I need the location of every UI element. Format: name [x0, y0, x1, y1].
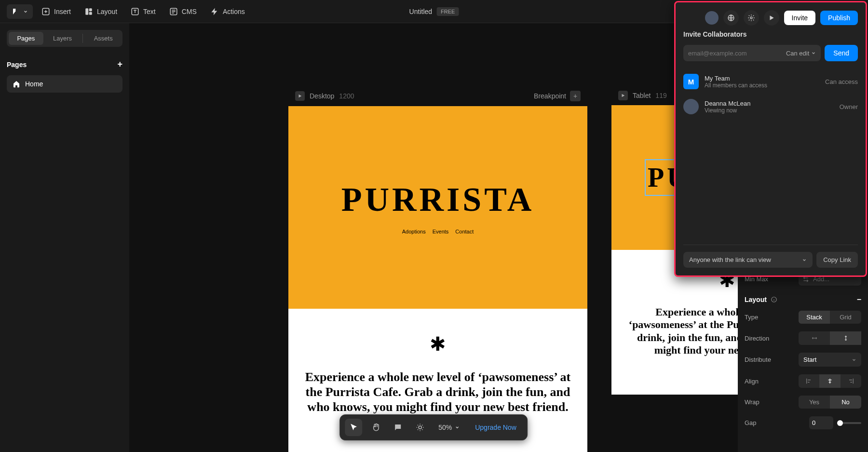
site-nav: Adoptions Events Contact [402, 229, 474, 234]
add-page-button[interactable]: + [117, 59, 122, 69]
svg-rect-1 [85, 8, 88, 15]
cloud-sketch-icon: ✱ [430, 333, 446, 355]
team-avatar: M [683, 74, 699, 89]
plus-square-icon [41, 7, 50, 16]
frame-desktop-label[interactable]: Desktop [310, 92, 334, 100]
frame-desktop-body[interactable]: PURRISTA Adoptions Events Contact [288, 106, 587, 309]
page-home-label: Home [25, 80, 43, 88]
team-role: Can access [825, 78, 858, 85]
lightning-icon [210, 7, 219, 16]
frame-desktop-size: 1200 [339, 92, 354, 100]
align-end[interactable] [841, 374, 861, 388]
play-icon[interactable] [295, 91, 305, 101]
type-stack[interactable]: Stack [799, 311, 830, 324]
frame-desktop-header: Desktop 1200 Breakpoint + [288, 86, 587, 106]
theme-tool[interactable] [411, 419, 429, 436]
globe-button[interactable] [723, 10, 739, 26]
gap-input[interactable] [809, 416, 833, 429]
canvas-toolbar: 50% Upgrade Now [339, 414, 528, 440]
tab-pages[interactable]: Pages [9, 32, 43, 45]
collapse-button[interactable]: − [857, 295, 861, 304]
frame-desktop[interactable]: Desktop 1200 Breakpoint + PURRISTA Adopt… [288, 86, 587, 452]
member-owner[interactable]: Deanna McLean Viewing now Owner [683, 94, 858, 119]
invite-permission-select[interactable]: Can edit [786, 50, 816, 57]
wrap-no[interactable]: No [830, 396, 861, 409]
preview-button[interactable] [764, 10, 779, 26]
invite-popover: Invite Publish Invite Collaborators Can … [674, 1, 867, 277]
layout-label: Layout [97, 8, 117, 15]
text-menu[interactable]: Text [126, 4, 161, 19]
invite-title: Invite Collaborators [683, 30, 858, 38]
actions-menu[interactable]: Actions [205, 4, 250, 19]
member-team[interactable]: M My Team All members can access Can acc… [683, 69, 858, 94]
left-panel: Pages Layers Assets Pages + Home [0, 23, 129, 452]
invite-button[interactable]: Invite [784, 11, 815, 25]
tab-assets[interactable]: Assets [86, 32, 121, 45]
body-copy-tablet: Experience a whole new level of ‘pawsome… [611, 306, 738, 357]
cms-menu[interactable]: CMS [164, 4, 202, 19]
frame-tablet-label[interactable]: Tablet [633, 92, 651, 99]
publish-button[interactable]: Publish [820, 11, 858, 25]
logo-icon [12, 7, 20, 16]
svg-rect-3 [89, 12, 92, 14]
team-name: My Team [705, 75, 819, 82]
body-copy-desktop: Experience a whole new level of ‘pawsome… [288, 370, 587, 415]
cms-icon [169, 7, 178, 16]
page-home[interactable]: Home [7, 75, 122, 93]
chevron-down-icon [811, 51, 816, 55]
gap-slider[interactable] [837, 422, 861, 424]
left-tabs: Pages Layers Assets [7, 30, 122, 47]
distribute-label: Distribute [745, 356, 773, 363]
wrap-yes[interactable]: Yes [799, 396, 830, 409]
layout-section-label: Layout [745, 296, 767, 303]
actions-label: Actions [223, 8, 245, 15]
cms-label: CMS [182, 8, 197, 15]
text-label: Text [143, 8, 156, 15]
wrap-label: Wrap [745, 398, 773, 406]
breakpoint-label: Breakpoint [534, 92, 566, 100]
canvas[interactable]: Desktop 1200 Breakpoint + PURRISTA Adopt… [129, 23, 738, 452]
link-permission-select[interactable]: Anyone with the link can view [683, 252, 813, 268]
pages-heading: Pages [7, 61, 27, 68]
doc-title[interactable]: Untitled [409, 8, 432, 15]
upgrade-button[interactable]: Upgrade Now [469, 421, 522, 434]
doc-title-area: Untitled FREE [409, 7, 459, 16]
distribute-select[interactable]: Start [799, 353, 861, 367]
play-icon[interactable] [618, 91, 628, 100]
pointer-tool[interactable] [345, 419, 362, 436]
text-icon [131, 7, 139, 16]
insert-label: Insert [54, 8, 71, 15]
info-icon[interactable] [771, 296, 777, 303]
home-icon [13, 80, 20, 88]
align-label: Align [745, 378, 773, 385]
zoom-control[interactable]: 50% [434, 424, 464, 431]
settings-button[interactable] [744, 10, 759, 26]
add-breakpoint-button[interactable]: + [570, 91, 581, 101]
hand-tool[interactable] [367, 419, 384, 436]
chevron-down-icon [455, 425, 460, 430]
logo-menu[interactable] [7, 4, 33, 19]
nav-contact[interactable]: Contact [455, 229, 474, 234]
direction-horizontal[interactable] [799, 331, 830, 345]
insert-menu[interactable]: Insert [37, 4, 76, 19]
chevron-down-icon [23, 9, 28, 14]
tab-layers[interactable]: Layers [45, 32, 80, 45]
send-invite-button[interactable]: Send [825, 45, 858, 61]
user-avatar[interactable] [705, 11, 719, 25]
layout-icon [84, 7, 93, 16]
align-start[interactable] [799, 374, 819, 388]
invite-email-input[interactable] [688, 45, 786, 61]
chevron-down-icon [852, 357, 856, 362]
owner-name: Deanna McLean [705, 100, 834, 107]
direction-vertical[interactable] [830, 331, 861, 345]
nav-adoptions[interactable]: Adoptions [402, 229, 426, 234]
align-center[interactable] [819, 374, 840, 388]
plan-badge: FREE [437, 7, 459, 16]
comment-tool[interactable] [389, 419, 407, 436]
copy-link-button[interactable]: Copy Link [816, 252, 858, 268]
frame-tablet-size: 119 [655, 92, 666, 99]
type-grid[interactable]: Grid [830, 311, 861, 324]
svg-rect-2 [89, 8, 92, 11]
layout-menu[interactable]: Layout [80, 4, 122, 19]
nav-events[interactable]: Events [433, 229, 449, 234]
